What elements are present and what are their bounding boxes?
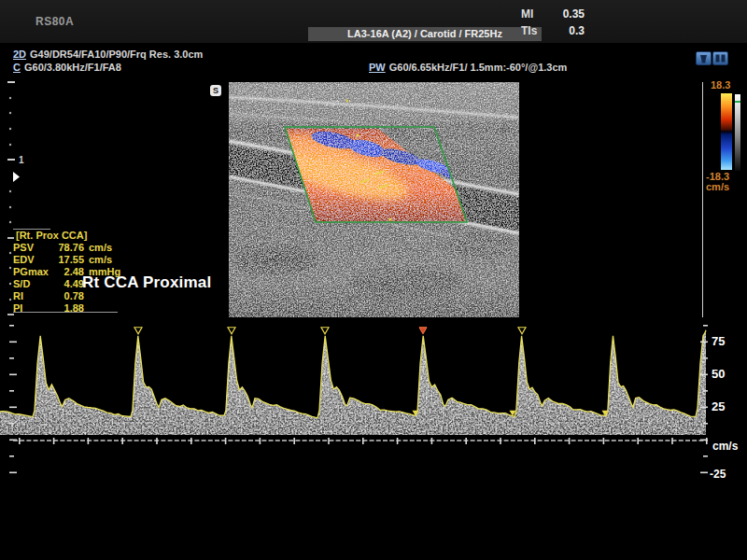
measurement-row: PI1.88 xyxy=(13,302,121,315)
measurement-row: EDV17.55cm/s xyxy=(13,254,121,266)
mi-label: MI xyxy=(521,7,533,21)
measurement-row: PSV78.76cm/s xyxy=(13,242,121,254)
peak-marker-icon xyxy=(518,328,526,334)
pw-params-text: G60/6.65kHz/F1/ 1.5mm:-60°/@1.3cm xyxy=(389,62,568,73)
color-scale-min: -18.3 cm/s xyxy=(706,172,729,192)
depth-tick-0cm xyxy=(7,81,15,83)
mi-readout: MI 0.35 xyxy=(521,7,585,21)
color-bar xyxy=(721,93,732,170)
depth-label-1cm: 1 xyxy=(19,155,24,165)
tissue-speckle xyxy=(229,82,519,317)
vel-label-75: 75 xyxy=(712,334,725,348)
peak-marker-icon xyxy=(228,328,235,334)
color-scale-max: 18.3 xyxy=(711,79,730,91)
probe-preset-info: LA3-16A (A2) / Carotid / FR25Hz xyxy=(308,27,542,41)
spectral-trace-layer: 75 50 25 cm/s -25 xyxy=(0,317,747,504)
vel-label-neg25: -25 xyxy=(710,468,726,481)
dual-display-icon[interactable] xyxy=(712,51,728,65)
image-right-border xyxy=(702,82,703,317)
gray-bar xyxy=(735,94,740,171)
spectral-fill xyxy=(0,330,706,435)
focus-marker-icon xyxy=(13,172,20,182)
tissue-marker-dot xyxy=(346,100,349,103)
2d-mode-label: 2D xyxy=(13,49,26,60)
color-mode-label: C xyxy=(13,62,21,73)
vel-label-25: 25 xyxy=(712,399,725,413)
peak-marker-icon xyxy=(134,328,142,334)
probe-icon[interactable] xyxy=(696,51,712,65)
pw-params: PWG60/6.65kHz/F1/ 1.5mm:-60°/@1.3cm xyxy=(369,62,567,73)
bmode-image xyxy=(229,82,519,317)
2d-params-text: G49/DR54/FA10/P90/Frq Res. 3.0cm xyxy=(30,49,203,60)
tis-readout: TIs 0.3 xyxy=(521,24,585,37)
vel-label-50: 50 xyxy=(712,367,725,381)
mi-value: 0.35 xyxy=(563,7,585,21)
gate-dot-top xyxy=(356,133,359,136)
orientation-marker: S xyxy=(210,85,221,96)
measurement-box-bottom-line xyxy=(13,312,118,313)
color-scale-unit: cm/s xyxy=(706,181,729,192)
2d-params: 2DG49/DR54/FA10/P90/Frq Res. 3.0cm xyxy=(13,49,203,60)
gray-map-marker xyxy=(735,101,740,103)
machine-model: RS80A xyxy=(35,15,74,28)
peak-marker-icon xyxy=(321,328,329,334)
selected-peak-marker-icon xyxy=(419,328,427,334)
measurement-box-top-line xyxy=(13,229,50,230)
ultrasound-screen: RS80A LA3-16A (A2) / Carotid / FR25Hz MI… xyxy=(0,0,747,560)
gate-dot-bottom xyxy=(388,217,391,220)
measurement-box: [Rt. Prox CCA] PSV78.76cm/s EDV17.55cm/s… xyxy=(13,230,121,315)
measurement-title: [Rt. Prox CCA] xyxy=(16,230,121,242)
depth-tick-1cm xyxy=(7,159,15,161)
color-params: CG60/3.80kHz/F1/FA8 xyxy=(13,62,121,73)
pw-mode-label: PW xyxy=(369,62,386,73)
color-params-text: G60/3.80kHz/F1/FA8 xyxy=(24,62,121,73)
vel-unit: cm/s xyxy=(712,440,739,453)
tis-label: TIs xyxy=(521,24,537,37)
tis-value: 0.3 xyxy=(569,24,585,37)
exam-annotation[interactable]: Rt CCA Proximal xyxy=(82,273,211,292)
header-bar: RS80A LA3-16A (A2) / Carotid / FR25Hz MI… xyxy=(0,0,747,44)
velocity-time-axes xyxy=(9,325,708,473)
